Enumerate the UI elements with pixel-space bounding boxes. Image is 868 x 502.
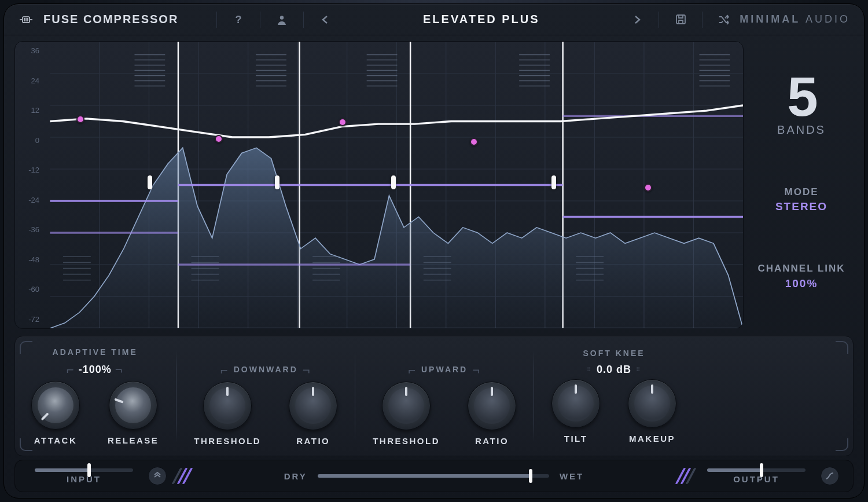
channel-link-control[interactable]: CHANNEL LINK 100% bbox=[757, 262, 845, 290]
attack-knob[interactable] bbox=[31, 381, 80, 430]
crossover-handle-2[interactable] bbox=[275, 175, 279, 189]
product-title: FUSE COMPRESSOR bbox=[43, 13, 178, 26]
upward-ratio-knob[interactable] bbox=[468, 382, 516, 430]
dry-wet-slider[interactable] bbox=[318, 474, 549, 478]
soft-knee-value[interactable]: 0.0 dB bbox=[597, 364, 631, 376]
band-handle-4[interactable] bbox=[470, 138, 478, 146]
spectrum-svg bbox=[15, 42, 743, 328]
decorative-stripes-left-icon bbox=[172, 468, 193, 484]
crossover-handle-4[interactable] bbox=[551, 175, 556, 189]
svg-text:?: ? bbox=[236, 14, 242, 25]
product-logo-icon bbox=[18, 14, 34, 25]
spectrum-graph[interactable]: 36 24 12 0 -12 -24 -36 -48 -60 -72 bbox=[14, 41, 744, 329]
adaptive-time-value[interactable]: -100% bbox=[79, 364, 112, 376]
downward-ratio-knob[interactable] bbox=[289, 382, 337, 430]
svg-point-2 bbox=[280, 16, 284, 19]
main-area: 36 24 12 0 -12 -24 -36 -48 -60 -72 bbox=[4, 35, 864, 332]
header-bar: FUSE COMPRESSOR ? ELEVATED PLUS MINIMAL … bbox=[4, 4, 864, 35]
preset-prev-button[interactable] bbox=[314, 9, 336, 31]
downward-threshold-knob[interactable] bbox=[203, 382, 252, 430]
bands-selector[interactable]: 5 BANDS bbox=[777, 73, 826, 137]
save-preset-button[interactable] bbox=[670, 9, 692, 31]
y-axis-ticks: 36 24 12 0 -12 -24 -36 -48 -60 -72 bbox=[15, 42, 43, 328]
crossover-handle-3[interactable] bbox=[391, 175, 396, 189]
upward-group: ⌐UPWARD¬ THRESHOLD RATIO bbox=[373, 347, 516, 446]
input-slider[interactable] bbox=[35, 468, 133, 472]
band-handle-1[interactable] bbox=[76, 115, 84, 123]
decorative-stripes-right-icon bbox=[675, 468, 697, 484]
preset-name[interactable]: ELEVATED PLUS bbox=[341, 13, 621, 26]
upward-threshold-knob[interactable] bbox=[382, 382, 431, 430]
mode-selector[interactable]: MODE STEREO bbox=[775, 186, 827, 213]
release-knob[interactable] bbox=[109, 381, 157, 430]
side-panel: 5 BANDS MODE STEREO CHANNEL LINK 100% bbox=[749, 41, 854, 329]
randomize-button[interactable] bbox=[713, 9, 735, 31]
makeup-knob[interactable] bbox=[628, 379, 676, 428]
adaptive-time-group: ADAPTIVE TIME ⌐-100%¬ ATTACK RELEASE bbox=[31, 347, 159, 445]
plugin-window: FUSE COMPRESSOR ? ELEVATED PLUS MINIMAL … bbox=[3, 3, 865, 499]
preset-next-button[interactable] bbox=[626, 9, 648, 31]
crossover-handle-1[interactable] bbox=[148, 175, 152, 189]
band-handle-3[interactable] bbox=[339, 118, 347, 126]
bands-count: 5 bbox=[777, 73, 826, 120]
io-bar: INPUT DRY WET OUTPUT bbox=[14, 460, 854, 492]
band-handle-2[interactable] bbox=[215, 135, 223, 143]
svg-rect-3 bbox=[676, 15, 685, 24]
output-group: SOFT KNEE ⠿0.0 dB⠿ TILT MAKEUP bbox=[551, 349, 676, 444]
account-button[interactable] bbox=[271, 9, 293, 31]
band-handle-5[interactable] bbox=[644, 184, 652, 192]
tilt-knob[interactable] bbox=[551, 379, 600, 428]
knob-strip: ADAPTIVE TIME ⌐-100%¬ ATTACK RELEASE ⌐DO… bbox=[14, 336, 854, 456]
output-slider[interactable] bbox=[707, 468, 806, 472]
downward-group: ⌐DOWNWARD¬ THRESHOLD RATIO bbox=[194, 347, 337, 446]
help-button[interactable]: ? bbox=[227, 9, 249, 31]
input-expand-button[interactable] bbox=[148, 467, 167, 485]
brand-label: MINIMAL AUDIO bbox=[740, 13, 850, 25]
limiter-button[interactable] bbox=[821, 467, 839, 485]
